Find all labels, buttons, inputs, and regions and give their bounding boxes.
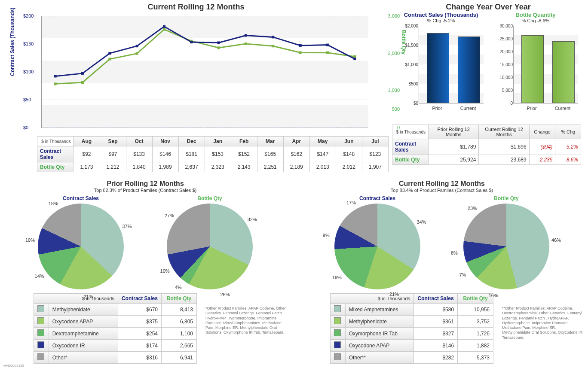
svg-rect-4 — [163, 28, 165, 30]
svg-rect-16 — [163, 25, 165, 28]
prior-qty-pie-title: Bottle Qty — [197, 195, 222, 201]
svg-rect-3 — [136, 52, 138, 55]
svg-rect-6 — [217, 46, 220, 49]
yoy-sales-bar: $0$500$1,000$1,500$2,000PriorCurrent — [398, 23, 484, 113]
yoy-qty-bar: 05,00010,00015,00020,00025,00030,000Prio… — [493, 23, 579, 113]
yoy-sales-sub: % Chg -5.2% — [427, 18, 455, 23]
svg-rect-17 — [190, 41, 193, 43]
curr-qty-pie: 46%16%7%8%23% — [450, 201, 562, 292]
line-chart-title: Current Rolling 12 Months — [3, 3, 389, 12]
svg-rect-21 — [299, 44, 302, 47]
curr-sub: Top 83.4% of Product Familes (Contract S… — [300, 188, 584, 193]
svg-rect-0 — [54, 82, 57, 85]
svg-rect-12 — [54, 75, 57, 77]
svg-rect-18 — [217, 41, 220, 44]
rolling-12-line-chart: Contract Sales (Thousands) Bottle Qty $0… — [8, 12, 382, 136]
svg-rect-19 — [245, 34, 247, 37]
curr-qty-pie-title: Bottle Qty — [494, 195, 518, 201]
svg-rect-2 — [108, 58, 111, 61]
prior-sales-pie-title: Contract Sales — [63, 195, 99, 201]
prior-qty-pie: 32%26%4%10%27% — [154, 201, 266, 292]
svg-rect-1 — [81, 81, 84, 84]
svg-rect-14 — [108, 52, 111, 55]
prior-sales-pie: 37%21%14%10%18% — [25, 201, 137, 292]
svg-rect-20 — [272, 36, 274, 38]
svg-rect-7 — [245, 43, 247, 45]
yoy-sales-title: Contract Sales (Thousands) — [404, 12, 478, 18]
svg-rect-9 — [299, 52, 302, 54]
curr-sales-pie-title: Contract Sales — [359, 195, 395, 201]
yoy-title: Change Year Over Year — [392, 3, 585, 12]
svg-rect-8 — [272, 45, 274, 47]
doc-id: MN00006125 — [3, 364, 585, 368]
svg-rect-13 — [81, 72, 84, 75]
svg-rect-10 — [326, 52, 329, 54]
y1-axis-label: Contract Sales (Thousands) — [9, 8, 15, 76]
curr-title: Current Rolling 12 Months — [300, 180, 584, 188]
yoy-qty-sub: % Chg -8.6% — [522, 18, 550, 23]
yoy-table: $ in ThousandsPrior Rolling 12 MonthsCur… — [392, 125, 581, 165]
svg-rect-15 — [136, 45, 138, 47]
prior-product-table: $ in ThousandsContract SalesBottle QtyMe… — [34, 293, 197, 364]
curr-product-table: $ in ThousandsContract SalesBottle QtyMi… — [330, 293, 493, 364]
svg-rect-22 — [326, 44, 329, 46]
prior-footnote: *Other Product Families: APAP Codeine. O… — [205, 306, 287, 364]
prior-title: Prior Rolling 12 Months — [3, 180, 287, 188]
prior-sub: Top 82.3% of Product Familes (Contract S… — [3, 188, 287, 193]
line-data-table: $ in ThousandsAugSepOctNovDecJanFebMarAp… — [37, 136, 389, 172]
svg-rect-23 — [353, 58, 356, 60]
yoy-qty-title: Bottle Quantity — [515, 12, 555, 18]
curr-footnote: **Other Product Families: APAP Codeine. … — [502, 306, 584, 364]
curr-sales-pie: 34%21%19%9%17% — [322, 201, 433, 292]
svg-rect-11 — [353, 55, 356, 58]
